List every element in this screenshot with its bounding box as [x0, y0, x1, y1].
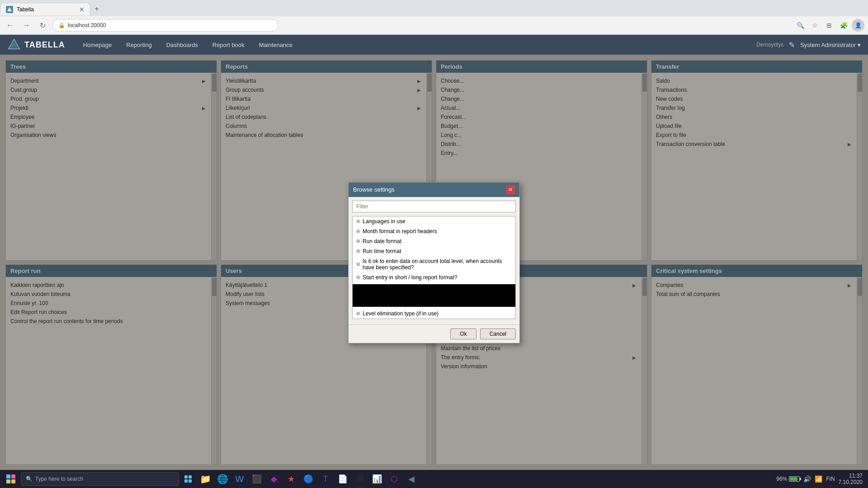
battery-percentage: 96%	[776, 476, 787, 482]
forward-button[interactable]: →	[20, 19, 33, 32]
logo-text: TABELLA	[24, 40, 65, 50]
taskbar-file-explorer[interactable]: 📁	[197, 471, 213, 487]
address-bar: ← → ↻ 🔒 localhost:20000 🔍 ☆ ⊞ 🧩 👤	[0, 16, 868, 34]
taskbar-app1[interactable]: ⬛	[249, 471, 265, 487]
back-button[interactable]: ←	[4, 19, 16, 32]
nav-homepage[interactable]: Homepage	[76, 35, 119, 55]
modal-browse-settings: Browse settings ✕ ⊞ Languages in use ⊞ M…	[348, 182, 520, 343]
modal-cancel-button[interactable]: Cancel	[480, 328, 516, 339]
logo-icon	[7, 38, 21, 52]
browser-chrome: Tabella ✕ + ← → ↻ 🔒 localhost:20000 🔍 ☆ …	[0, 0, 868, 35]
expand-icon: ⊞	[356, 229, 360, 234]
taskbar-search[interactable]: 🔍 Type here to search	[21, 472, 179, 486]
taskbar-app3[interactable]: ★	[283, 471, 299, 487]
time-display: 11:37 7.10.2020	[839, 473, 863, 485]
user-menu[interactable]: System Administrator ▾	[800, 42, 861, 48]
taskbar-pdf[interactable]: 📄	[335, 471, 351, 487]
extensions-button[interactable]: 🧩	[837, 19, 850, 32]
expand-icon: ⊞	[356, 262, 360, 267]
nav-reporting[interactable]: Reporting	[119, 35, 159, 55]
app-header: TABELLA Homepage Reporting Dashboards Re…	[0, 35, 868, 55]
taskbar-word[interactable]: W	[231, 471, 248, 487]
tab-bar: Tabella ✕ +	[0, 0, 868, 16]
nav-reportbook[interactable]: Report book	[205, 35, 252, 55]
taskbar: 🔍 Type here to search 📁 🌐 W ⬛ ◆ ★ 🔵 T 📄 …	[0, 470, 868, 488]
profile-icon[interactable]: 👤	[852, 19, 864, 32]
expand-icon: ⊞	[356, 239, 360, 244]
modal-black-area	[353, 284, 515, 307]
taskbar-app5[interactable]: 📊	[369, 471, 385, 487]
url-text: localhost:20000	[68, 22, 106, 28]
user-name: System Administrator	[800, 42, 856, 48]
expand-icon: ⊞	[356, 249, 360, 253]
lock-icon: 🔒	[58, 22, 65, 28]
url-bar[interactable]: 🔒 localhost:20000	[52, 19, 278, 32]
tab-title: Tabella	[17, 6, 34, 13]
modal-titlebar: Browse settings ✕	[349, 183, 519, 197]
company-name: Demoyritys	[756, 42, 783, 48]
header-right: Demoyritys ✎ System Administrator ▾	[756, 41, 861, 49]
modal-overlay: Browse settings ✕ ⊞ Languages in use ⊞ M…	[0, 55, 868, 470]
modal-ok-button[interactable]: Ok	[450, 328, 476, 339]
nav-dashboards[interactable]: Dashboards	[159, 35, 205, 55]
modal-list-item-5[interactable]: ⊞ Start entry in short / long report for…	[353, 272, 515, 282]
new-tab-button[interactable]: +	[90, 3, 103, 15]
clock-date: 7.10.2020	[839, 479, 863, 485]
bookmark-star-button[interactable]: ☆	[808, 19, 821, 32]
svg-rect-4	[189, 475, 192, 479]
modal-title: Browse settings	[353, 186, 395, 193]
modal-footer: Ok Cancel	[349, 324, 519, 343]
taskbar-right: 96% 🔊 📶 FIN 11:37 7.10.2020	[776, 473, 866, 485]
svg-rect-3	[184, 475, 188, 479]
battery-icon	[789, 476, 800, 482]
modal-list-item-1[interactable]: ⊞ Month format in report headers	[353, 226, 515, 236]
modal-list-item-0[interactable]: ⊞ Languages in use	[353, 216, 515, 226]
tab-favicon	[6, 6, 13, 13]
edit-icon[interactable]: ✎	[789, 41, 795, 49]
browser-tab[interactable]: Tabella ✕	[0, 3, 90, 15]
taskbar-app6[interactable]: ⬡	[386, 471, 402, 487]
svg-rect-6	[189, 479, 192, 483]
volume-icon[interactable]: 🔊	[803, 475, 811, 483]
modal-list-item-6[interactable]: ⊞ Level elimination type (if in use)	[353, 309, 515, 319]
user-dropdown-icon: ▾	[858, 42, 861, 48]
start-button[interactable]	[2, 471, 20, 487]
zoom-button[interactable]: 🔍	[794, 19, 807, 32]
modal-filter-input[interactable]	[352, 201, 516, 212]
taskbar-search-placeholder: Type here to search	[35, 476, 83, 482]
modal-list-item-3[interactable]: ⊞ Run time format	[353, 246, 515, 256]
main-content: Trees Department ▶ Cust.group Prod. grou…	[0, 55, 868, 470]
taskbar-search-icon: 🔍	[26, 476, 33, 482]
svg-marker-0	[7, 7, 12, 11]
taskbar-app4[interactable]: ⊟	[352, 471, 368, 487]
clock-time: 11:37	[839, 473, 863, 479]
network-icon[interactable]: 📶	[815, 475, 822, 483]
battery-area: 96%	[776, 476, 800, 482]
refresh-button[interactable]: ↻	[36, 19, 49, 32]
modal-body: ⊞ Languages in use ⊞ Month format in rep…	[349, 197, 519, 323]
language-indicator: FIN	[826, 476, 835, 482]
taskbar-chrome[interactable]: 🔵	[300, 471, 316, 487]
tab-close-button[interactable]: ✕	[79, 6, 85, 13]
modal-close-button[interactable]: ✕	[506, 185, 515, 194]
address-icons: 🔍 ☆ ⊞ 🧩 👤	[794, 19, 864, 32]
modal-list: ⊞ Languages in use ⊞ Month format in rep…	[352, 216, 516, 319]
taskbar-edge[interactable]: 🌐	[214, 471, 231, 487]
taskbar-app2[interactable]: ◆	[266, 471, 282, 487]
taskbar-teams[interactable]: T	[317, 471, 334, 487]
taskbar-app7[interactable]: ◀	[403, 471, 420, 487]
modal-list-item-2[interactable]: ⊞ Run date format	[353, 236, 515, 246]
collections-button[interactable]: ⊞	[823, 19, 835, 32]
expand-icon: ⊞	[356, 311, 360, 316]
nav-maintenance[interactable]: Maintenance	[252, 35, 300, 55]
app-logo: TABELLA	[7, 38, 65, 52]
taskbar-task-view[interactable]	[180, 471, 196, 487]
modal-list-item-4[interactable]: ⊞ Is it ok to enter data on account tota…	[353, 256, 515, 272]
svg-rect-5	[184, 479, 188, 483]
expand-icon: ⊞	[356, 275, 360, 280]
expand-icon: ⊞	[356, 219, 360, 224]
windows-logo	[6, 474, 15, 483]
nav-menu: Homepage Reporting Dashboards Report boo…	[76, 35, 300, 55]
